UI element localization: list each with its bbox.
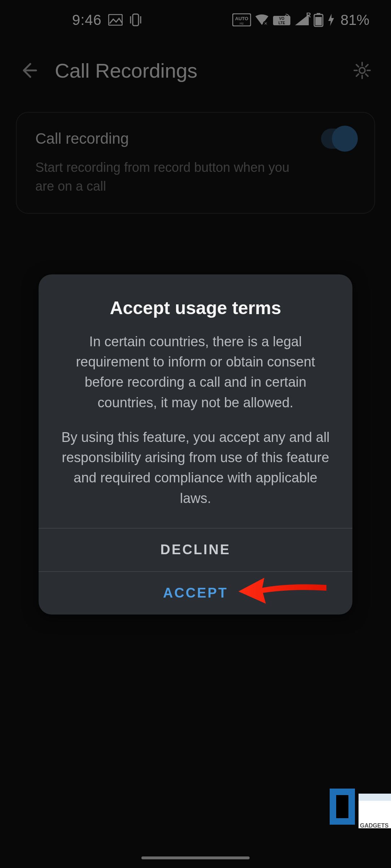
svg-text:LTE: LTE <box>278 21 285 25</box>
svg-rect-1 <box>133 14 139 26</box>
back-button[interactable] <box>17 59 40 82</box>
svg-rect-17 <box>359 794 391 801</box>
svg-rect-2 <box>233 14 251 26</box>
svg-rect-15 <box>336 795 348 818</box>
dialog-paragraph-2: By using this feature, you accept any an… <box>60 427 331 508</box>
settings-button[interactable] <box>351 59 374 82</box>
svg-rect-0 <box>109 14 122 25</box>
status-right: AUTOHz ✕ VOLTE R 81% <box>232 12 369 28</box>
battery-percent: 81% <box>341 12 369 28</box>
svg-text:Hz: Hz <box>240 22 243 25</box>
status-time: 9:46 <box>72 12 102 28</box>
svg-text:GADGETS: GADGETS <box>360 823 388 829</box>
status-bar: 9:46 AUTOHz ✕ VOLTE R <box>0 0 391 40</box>
arrow-left-icon <box>19 61 38 80</box>
accept-button[interactable]: ACCEPT <box>39 572 352 615</box>
svg-point-13 <box>359 68 365 73</box>
page-title: Call Recordings <box>55 59 197 82</box>
svg-text:✕: ✕ <box>264 21 267 26</box>
svg-rect-10 <box>314 14 323 26</box>
image-icon <box>108 14 123 26</box>
setting-description: Start recording from record button when … <box>35 158 308 196</box>
svg-rect-16 <box>359 794 391 828</box>
svg-text:AUTO: AUTO <box>235 16 249 21</box>
app-bar: Call Recordings <box>0 47 391 94</box>
svg-point-5 <box>263 21 268 26</box>
gear-icon <box>353 61 372 80</box>
setting-title: Call recording <box>35 130 129 147</box>
status-left: 9:46 <box>72 12 142 28</box>
svg-rect-14 <box>330 789 355 825</box>
charging-icon <box>328 13 335 27</box>
svg-rect-7 <box>273 16 290 25</box>
dialog-paragraph-1: In certain countries, there is a legal r… <box>60 331 331 413</box>
roaming-badge: R <box>306 12 311 19</box>
svg-rect-11 <box>317 13 320 15</box>
call-recording-setting-card[interactable]: Call recording Start recording from reco… <box>16 112 375 214</box>
wifi-icon: ✕ <box>255 14 269 26</box>
svg-rect-12 <box>315 17 322 25</box>
call-recording-toggle[interactable] <box>321 129 356 149</box>
dialog-title: Accept usage terms <box>60 298 331 318</box>
decline-button[interactable]: DECLINE <box>39 529 352 571</box>
watermark-logo: GADGETS <box>330 781 391 832</box>
signal-icon: R <box>294 14 309 26</box>
autohz-icon: AUTOHz <box>232 13 251 26</box>
svg-text:VO: VO <box>279 17 285 21</box>
toggle-thumb-icon <box>332 126 358 152</box>
volte-icon: VOLTE <box>273 13 291 26</box>
accept-terms-dialog: Accept usage terms In certain countries,… <box>39 274 352 615</box>
nav-bar-indicator <box>141 856 250 859</box>
battery-icon <box>313 13 324 27</box>
vibrate-icon <box>129 13 142 27</box>
